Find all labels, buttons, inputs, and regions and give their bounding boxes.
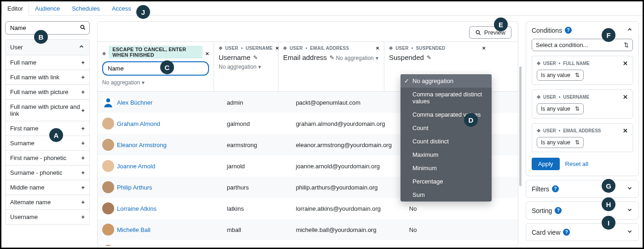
plus-icon[interactable]: +: [81, 140, 85, 147]
field-label: Full name with picture and link: [10, 103, 81, 117]
reset-all-link[interactable]: Reset all: [565, 160, 589, 167]
field-sidebar: User Full name+ Full name with link+ Ful…: [1, 16, 93, 246]
remove-column-icon[interactable]: ✕: [205, 51, 209, 56]
operator-select[interactable]: Is any value ⇅: [537, 70, 584, 81]
remove-column-icon[interactable]: ✕: [376, 46, 379, 51]
drag-icon[interactable]: ✥: [283, 46, 287, 51]
dropdown-item[interactable]: Count distinct: [400, 135, 492, 148]
condition-select[interactable]: Select a condition... ⇅: [532, 39, 633, 51]
column-name-input[interactable]: [102, 61, 209, 76]
plus-icon[interactable]: +: [81, 169, 85, 176]
remove-condition-icon[interactable]: ✕: [623, 127, 628, 134]
user-link[interactable]: Alex Büchner: [117, 99, 152, 106]
drag-icon[interactable]: ✥: [537, 128, 540, 133]
sorting-header[interactable]: Sorting ?: [526, 202, 638, 219]
dropdown-item[interactable]: Sum: [400, 188, 492, 202]
field-item[interactable]: Surname - phonetic+: [6, 165, 89, 180]
pencil-icon[interactable]: ✎: [330, 54, 334, 61]
column-source: USER: [395, 46, 409, 51]
drag-icon[interactable]: ✥: [537, 61, 540, 66]
drag-icon[interactable]: ✥: [102, 51, 106, 56]
drag-icon[interactable]: ✥: [219, 46, 222, 51]
plus-icon[interactable]: +: [81, 199, 85, 206]
tab-audience[interactable]: Audience: [29, 1, 66, 15]
chevron-down-icon: [627, 185, 633, 193]
field-item[interactable]: Full name with picture and link+: [6, 99, 89, 121]
dropdown-item[interactable]: No aggregation: [400, 74, 492, 88]
dropdown-item[interactable]: Count: [400, 121, 492, 135]
field-item[interactable]: Surname+: [6, 136, 89, 150]
plus-icon[interactable]: +: [81, 89, 85, 95]
plus-icon[interactable]: +: [81, 184, 85, 191]
help-icon[interactable]: ?: [565, 27, 572, 34]
scrollbar-thumb[interactable]: [519, 66, 522, 186]
tab-schedules[interactable]: Schedules: [66, 1, 106, 15]
aggregation-label: No aggregation: [102, 79, 140, 86]
dropdown-item[interactable]: Maximum: [400, 148, 492, 161]
accordion-user-header[interactable]: User: [5, 39, 90, 55]
field-item[interactable]: First name - phonetic+: [6, 150, 89, 165]
dropdown-item[interactable]: Percentage: [400, 175, 492, 188]
field-item[interactable]: Full name+: [6, 55, 89, 70]
apply-button[interactable]: Apply: [532, 158, 560, 170]
user-link[interactable]: Eleanor Armstrong: [117, 142, 167, 148]
user-link[interactable]: Graham Almond: [117, 120, 160, 127]
column-title: Username: [219, 53, 250, 61]
cardview-header[interactable]: Card view ?: [526, 224, 638, 241]
help-icon[interactable]: ?: [555, 207, 562, 214]
panel-title: Sorting: [532, 207, 552, 214]
user-link[interactable]: Lorraine Atkins: [117, 205, 157, 212]
conditions-header[interactable]: Conditions ?: [526, 22, 638, 39]
column-field: USERNAME: [246, 46, 273, 51]
plus-icon[interactable]: +: [81, 59, 85, 66]
plus-icon[interactable]: +: [81, 74, 85, 81]
operator-select[interactable]: Is any value ⇅: [537, 137, 584, 148]
dropdown-item[interactable]: Comma separated values: [400, 108, 492, 121]
field-label: Username: [10, 213, 38, 220]
avatar: [102, 96, 114, 108]
help-icon[interactable]: ?: [552, 185, 559, 192]
aggregation-selector[interactable]: No aggregation ▾: [219, 64, 261, 70]
tab-editor[interactable]: Editor: [1, 1, 29, 16]
drag-icon[interactable]: ✥: [389, 46, 393, 51]
updown-icon: ⇅: [624, 42, 629, 48]
aggregation-dropdown[interactable]: No aggregation Comma separated distinct …: [400, 74, 492, 202]
cell-email: eleanor.armstrong@yourdomain.org: [291, 134, 405, 155]
field-item[interactable]: Alternate name+: [6, 195, 89, 209]
field-item[interactable]: Full name with picture+: [6, 84, 89, 99]
cell-email: joanne.arnold@yourdomain.org: [291, 155, 405, 177]
plus-icon[interactable]: +: [81, 213, 85, 220]
column-title: Email address: [283, 53, 327, 61]
dropdown-item[interactable]: Minimum: [400, 161, 492, 175]
field-item[interactable]: First name+: [6, 121, 89, 136]
remove-column-icon[interactable]: ✕: [482, 46, 486, 51]
operator-select[interactable]: Is any value ⇅: [537, 103, 584, 114]
search-icon[interactable]: [80, 24, 86, 32]
remove-condition-icon[interactable]: ✕: [623, 60, 628, 67]
panel-title: Card view: [532, 229, 560, 236]
remove-condition-icon[interactable]: ✕: [623, 94, 628, 101]
drag-icon[interactable]: ✥: [537, 95, 540, 100]
cond-field: EMAIL ADDRESS: [563, 128, 601, 133]
field-item[interactable]: Full name with link+: [6, 70, 89, 84]
marker-f: F: [602, 28, 615, 42]
plus-icon[interactable]: +: [81, 125, 85, 132]
dropdown-item[interactable]: Comma separated distinct values: [400, 88, 492, 108]
user-link[interactable]: Joanne Arnold: [117, 163, 155, 170]
field-search-input[interactable]: [5, 21, 90, 35]
plus-icon[interactable]: +: [81, 154, 85, 161]
user-link[interactable]: Michelle Ball: [117, 226, 151, 233]
plus-icon[interactable]: +: [81, 107, 85, 114]
help-icon[interactable]: ?: [563, 229, 570, 236]
aggregation-selector[interactable]: No aggregation ▾: [102, 79, 145, 86]
pencil-icon[interactable]: ✎: [427, 54, 431, 61]
field-item[interactable]: Username+: [6, 209, 89, 224]
field-item[interactable]: Middle name+: [6, 180, 89, 195]
avatar: [102, 139, 114, 151]
aggregation-selector[interactable]: No aggregation ▾: [336, 55, 378, 61]
avatar: [102, 202, 114, 214]
filters-header[interactable]: Filters ?: [526, 180, 638, 197]
pencil-icon[interactable]: ✎: [253, 54, 258, 61]
tab-access[interactable]: Access: [106, 1, 137, 15]
user-link[interactable]: Philip Arthurs: [117, 184, 152, 191]
